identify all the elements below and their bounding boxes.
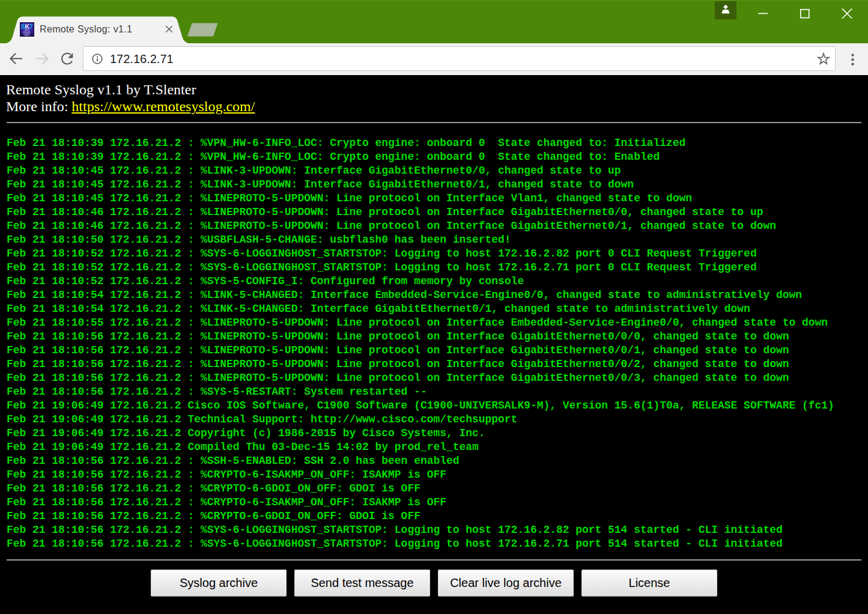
svg-text:7: 7	[29, 23, 33, 30]
